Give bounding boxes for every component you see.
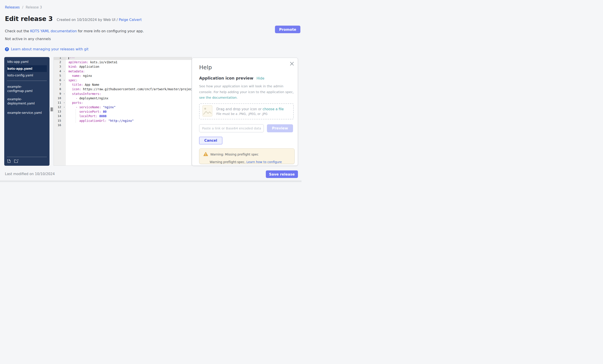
cancel-button[interactable]: Cancel (199, 137, 222, 144)
code-line-8[interactable]: 8 icon: https://raw.githubusercontent.co… (54, 87, 192, 91)
image-placeholder-icon (202, 105, 212, 118)
fold-arrow-icon[interactable]: ▾ (63, 69, 66, 74)
code-line-15[interactable]: 15 applicationUrl: "http://nginx" (54, 119, 192, 123)
code-line-5[interactable]: 5 name: nginx (54, 74, 192, 78)
code-line-6[interactable]: 6▾spec: (54, 78, 192, 82)
docs-line-suffix: for more info on configuring your app. (77, 29, 144, 33)
line-number: 6 (54, 78, 63, 82)
code-line-16[interactable]: 16 (54, 123, 192, 127)
dropzone-requirements: File must be a .PNG, .JPEG, or .JPG (216, 112, 284, 116)
help-title: Help (199, 64, 295, 71)
sidebar-item-example-service.yaml[interactable]: example-service.yaml (7, 110, 47, 116)
save-release-button[interactable]: Save release (266, 170, 298, 178)
code-text (66, 123, 192, 127)
section-title: Application icon preview (199, 76, 253, 80)
dropzone-text-prefix: Drag and drop your icon or (216, 107, 263, 111)
code-line-1[interactable]: 1--- (54, 57, 192, 60)
configure-preflight-link[interactable]: Learn how to configure (246, 160, 282, 164)
line-number: 12 (54, 105, 63, 109)
code-text: ports: (66, 100, 192, 105)
description-line: console. For help adding your icon to th… (199, 89, 295, 95)
bottom-edge-strip (0, 180, 302, 182)
breadcrumb-releases-link[interactable]: Releases (5, 5, 20, 9)
promote-button[interactable]: Promote (275, 26, 300, 33)
created-text: Created on 10/10/2024 by Web UI / (57, 18, 119, 22)
line-number: 16 (54, 123, 63, 127)
sidebar-item-kots-config.yaml[interactable]: kots-config.yaml (7, 72, 47, 79)
code-text: statusInformers: (66, 92, 192, 96)
fold-spacer (63, 123, 66, 127)
code-text: applicationUrl: "http://nginx" (66, 119, 192, 123)
git-releases-link[interactable]: Learn about managing your releases with … (11, 47, 89, 51)
code-line-9[interactable]: 9▾ statusInformers: (54, 92, 192, 96)
line-number: 14 (54, 114, 63, 118)
new-file-icon[interactable] (7, 159, 11, 163)
preview-button[interactable]: Preview (267, 124, 293, 132)
code-line-11[interactable]: 11▾ ports: (54, 100, 192, 105)
line-number: 9 (54, 92, 63, 96)
fold-spacer (63, 119, 66, 123)
sidebar-divider (7, 81, 47, 81)
hide-link[interactable]: Hide (256, 77, 264, 80)
new-folder-icon[interactable] (14, 159, 19, 163)
code-line-13[interactable]: 13 servicePort: 80 (54, 109, 192, 114)
fold-arrow-icon[interactable]: ▾ (63, 100, 66, 105)
author-link[interactable]: Paige Calvert (119, 18, 142, 22)
docs-line: Check out the KOTS YAML documentation fo… (5, 29, 144, 33)
close-icon[interactable] (290, 62, 294, 66)
help-panel: Help Application icon preview Hide See h… (192, 58, 298, 166)
warning-title: Warning: Missing preflight spec (210, 153, 258, 156)
fold-spacer (63, 64, 66, 69)
breadcrumb-current: Release 3 (26, 5, 42, 9)
fold-arrow-icon[interactable]: ▾ (63, 105, 66, 109)
help-circle-icon: ? (5, 47, 9, 51)
code-line-2[interactable]: 2apiVersion: kots.io/v1beta1 (54, 60, 192, 64)
fold-arrow-icon[interactable]: ▾ (63, 92, 66, 96)
git-help-row: ? Learn about managing your releases wit… (5, 47, 89, 51)
line-number: 5 (54, 74, 63, 78)
line-number: 3 (54, 64, 63, 69)
code-text: icon: https://raw.githubusercontent.com/… (66, 87, 192, 91)
see-documentation-link[interactable]: see the documentation (199, 96, 237, 99)
sidebar-resize-handle[interactable] (51, 107, 53, 111)
code-line-7[interactable]: 7 title: App Name (54, 82, 192, 87)
line-number: 10 (54, 96, 63, 100)
fold-arrow-icon[interactable]: ▾ (63, 78, 66, 82)
description-line: See how your application icon will look … (199, 84, 295, 89)
breadcrumb: Releases / Release 3 (5, 5, 42, 9)
sidebar-item-k8s-app.yaml[interactable]: k8s-app.yaml (7, 58, 47, 65)
fold-spacer (63, 109, 66, 114)
choose-file-link[interactable]: choose a file (263, 107, 284, 111)
preflight-warning-box: Warning: Missing preflight spec Warning … (199, 148, 295, 164)
warning-icon (203, 152, 208, 157)
text-cursor (69, 57, 69, 59)
code-text: --- (66, 57, 192, 60)
code-text: servicePort: 80 (66, 109, 192, 114)
line-number: 4 (54, 69, 63, 74)
code-text: apiVersion: kots.io/v1beta1 (66, 60, 192, 64)
code-line-4[interactable]: 4▾metadata: (54, 69, 192, 74)
icon-dropzone[interactable]: Drag and drop your icon or choose a file… (199, 103, 294, 119)
fold-spacer (63, 74, 66, 78)
code-line-3[interactable]: 3kind: Application (54, 64, 192, 69)
code-line-10[interactable]: 10 - deployment/nginx (54, 96, 192, 100)
sidebar-item-example-configmap.yaml[interactable]: example-configmap.yaml (7, 84, 47, 94)
code-line-12[interactable]: 12▾ - serviceName: "nginx" (54, 105, 192, 109)
yaml-code-editor[interactable]: 1---2apiVersion: kots.io/v1beta13kind: A… (54, 57, 192, 166)
line-number: 8 (54, 87, 63, 91)
code-line-14[interactable]: 14 localPort: 8888 (54, 114, 192, 118)
icon-url-input[interactable] (199, 124, 264, 132)
sidebar-item-kots-app.yaml[interactable]: kots-app.yaml (7, 65, 47, 72)
dropzone-text: Drag and drop your icon or choose a file… (216, 107, 284, 116)
kots-yaml-docs-link[interactable]: KOTS YAML documentation (30, 29, 77, 33)
title-row: Edit release 3 Created on 10/10/2024 by … (5, 15, 142, 22)
code-text: localPort: 8888 (66, 114, 192, 118)
code-text: spec: (66, 78, 192, 82)
channel-status: Not active in any channels (5, 37, 51, 41)
sidebar-file-list-bottom: example-configmap.yamlexample-deployment… (7, 84, 47, 116)
fold-spacer (63, 96, 66, 100)
warning-detail: Warning preflight-spec. Learn how to con… (210, 160, 294, 164)
file-sidebar: k8s-app.yamlkots-app.yamlkots-config.yam… (4, 57, 49, 166)
sidebar-item-example-deployment.yaml[interactable]: example-deployment.yaml (7, 96, 47, 107)
line-number: 15 (54, 119, 63, 123)
